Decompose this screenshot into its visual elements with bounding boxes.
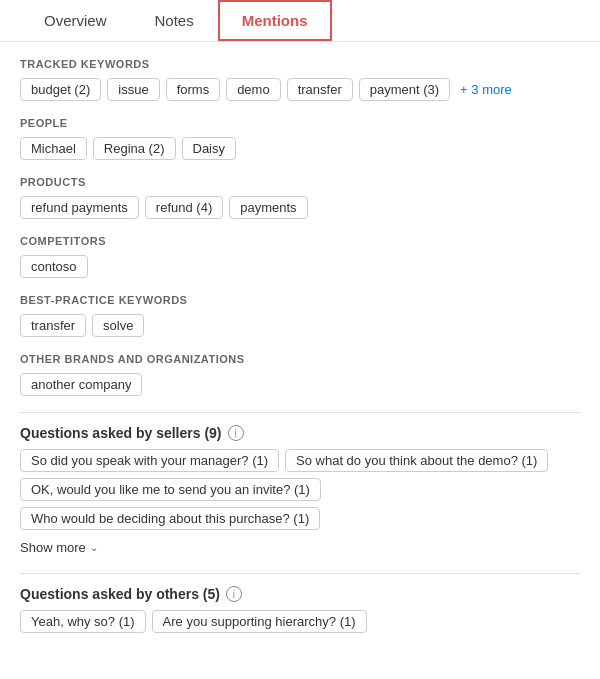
best-practice-section: BEST-PRACTICE KEYWORDS transfersolve [20,294,580,337]
questions-sellers-header: Questions asked by sellers (9) i [20,425,580,441]
tracked-keywords-label: TRACKED KEYWORDS [20,58,580,70]
show-more-label: Show more [20,540,86,555]
tag-item[interactable]: issue [107,78,159,101]
tag-item[interactable]: Who would be deciding about this purchas… [20,507,320,530]
tag-item[interactable]: another company [20,373,142,396]
divider-2 [20,573,580,574]
questions-sellers-info-icon[interactable]: i [228,425,244,441]
other-brands-tags: another company [20,373,580,396]
show-more-button[interactable]: Show more ⌄ [20,538,98,557]
tag-item[interactable]: Are you supporting hierarchy? (1) [152,610,367,633]
tag-item[interactable]: Yeah, why so? (1) [20,610,146,633]
tag-item[interactable]: payments [229,196,307,219]
chevron-down-icon: ⌄ [90,542,98,553]
tag-item[interactable]: refund (4) [145,196,223,219]
tag-item[interactable]: forms [166,78,221,101]
mentions-content: TRACKED KEYWORDS budget (2)issueformsdem… [0,42,600,665]
people-tags: MichaelRegina (2)Daisy [20,137,580,160]
tab-bar: Overview Notes Mentions [0,0,600,42]
competitors-tags: contoso [20,255,580,278]
tab-mentions[interactable]: Mentions [218,0,332,41]
tag-item[interactable]: Michael [20,137,87,160]
tag-item[interactable]: transfer [287,78,353,101]
tag-item[interactable]: budget (2) [20,78,101,101]
tag-item[interactable]: So did you speak with your manager? (1) [20,449,279,472]
competitors-label: COMPETITORS [20,235,580,247]
tag-item[interactable]: So what do you think about the demo? (1) [285,449,548,472]
questions-others-section: Questions asked by others (5) i Yeah, wh… [20,586,580,633]
products-tags: refund paymentsrefund (4)payments [20,196,580,219]
tag-item[interactable]: payment (3) [359,78,450,101]
tag-item[interactable]: demo [226,78,281,101]
best-practice-label: BEST-PRACTICE KEYWORDS [20,294,580,306]
tag-item[interactable]: Regina (2) [93,137,176,160]
competitors-section: COMPETITORS contoso [20,235,580,278]
best-practice-tags: transfersolve [20,314,580,337]
questions-others-title: Questions asked by others (5) [20,586,220,602]
tab-notes[interactable]: Notes [131,0,218,41]
other-brands-section: OTHER BRANDS AND ORGANIZATIONS another c… [20,353,580,396]
questions-sellers-title: Questions asked by sellers (9) [20,425,222,441]
questions-sellers-section: Questions asked by sellers (9) i So did … [20,425,580,557]
tag-item[interactable]: transfer [20,314,86,337]
tab-overview[interactable]: Overview [20,0,131,41]
questions-others-tags: Yeah, why so? (1)Are you supporting hier… [20,610,580,633]
divider-1 [20,412,580,413]
people-section: PEOPLE MichaelRegina (2)Daisy [20,117,580,160]
tracked-keywords-section: TRACKED KEYWORDS budget (2)issueformsdem… [20,58,580,101]
questions-sellers-tags: So did you speak with your manager? (1)S… [20,449,580,530]
questions-others-header: Questions asked by others (5) i [20,586,580,602]
more-tags-button[interactable]: + 3 more [456,78,516,101]
tag-item[interactable]: OK, would you like me to send you an inv… [20,478,321,501]
questions-others-info-icon[interactable]: i [226,586,242,602]
tag-item[interactable]: contoso [20,255,88,278]
tracked-keywords-tags: budget (2)issueformsdemotransferpayment … [20,78,580,101]
people-label: PEOPLE [20,117,580,129]
products-label: PRODUCTS [20,176,580,188]
products-section: PRODUCTS refund paymentsrefund (4)paymen… [20,176,580,219]
tag-item[interactable]: solve [92,314,144,337]
tag-item[interactable]: refund payments [20,196,139,219]
tag-item[interactable]: Daisy [182,137,237,160]
other-brands-label: OTHER BRANDS AND ORGANIZATIONS [20,353,580,365]
